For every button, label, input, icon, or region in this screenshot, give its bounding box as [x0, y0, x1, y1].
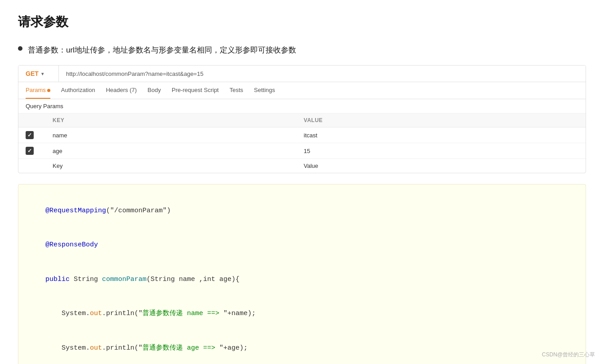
row3-checkbox-cell — [18, 159, 45, 173]
tab-params-label: Params — [26, 87, 46, 93]
table-row: Key Value — [18, 159, 586, 173]
postman-panel: GET ▾ http://localhost/commonParam?name=… — [18, 65, 586, 173]
tab-tests-label: Tests — [230, 87, 243, 93]
tab-headers-label: Headers (7) — [106, 87, 137, 93]
bullet-dot — [18, 46, 22, 51]
code-line-5: System.out.println("普通参数传递 age ==> "+age… — [29, 331, 575, 364]
row2-checkbox[interactable]: ✓ — [26, 147, 34, 155]
row1-checkbox-cell: ✓ — [18, 127, 45, 143]
tab-body-label: Body — [147, 87, 161, 93]
watermark: CSDN@曾经的三心草 — [542, 351, 595, 359]
col-key: KEY — [45, 114, 297, 127]
tab-authorization-label: Authorization — [61, 87, 95, 93]
query-params-label: Query Params — [18, 99, 586, 114]
method-label: GET — [26, 70, 39, 77]
tabs-row: Params Authorization Headers (7) Body Pr… — [18, 82, 586, 99]
params-table: KEY VALUE ✓ name itcast ✓ — [18, 114, 586, 173]
code-line-4: System.out.println("普通参数传递 name ==> "+na… — [29, 297, 575, 331]
tab-params[interactable]: Params — [26, 82, 50, 99]
tab-settings-label: Settings — [254, 87, 275, 93]
code-line-3: public String commonParam(String name ,i… — [29, 262, 575, 297]
row3-value-placeholder[interactable]: Value — [297, 159, 586, 173]
tab-settings[interactable]: Settings — [254, 82, 275, 99]
row1-value[interactable]: itcast — [297, 127, 586, 143]
row1-checkbox[interactable]: ✓ — [26, 131, 34, 139]
page-title: 请求参数 — [18, 13, 586, 31]
tab-tests[interactable]: Tests — [230, 82, 243, 99]
code-line-1: @RequestMapping("/commonParam") — [29, 193, 575, 228]
method-select[interactable]: GET ▾ — [18, 66, 59, 82]
url-input[interactable]: http://localhost/commonParam?name=itcast… — [59, 66, 586, 82]
tab-pre-request-label: Pre-request Script — [172, 87, 219, 93]
bullet-text: 普通参数：url地址传参，地址参数名与形参变量名相同，定义形参即可接收参数 — [28, 44, 296, 56]
chevron-down-icon: ▾ — [41, 71, 44, 76]
col-checkbox — [18, 114, 45, 127]
annotation-response-body: @ResponseBody — [45, 241, 98, 249]
annotation-request-mapping: @RequestMapping — [45, 207, 106, 215]
tab-body[interactable]: Body — [147, 82, 161, 99]
bullet-section: 普通参数：url地址传参，地址参数名与形参变量名相同，定义形参即可接收参数 — [18, 44, 586, 56]
col-value: VALUE — [297, 114, 586, 127]
params-dot — [47, 89, 50, 92]
tab-pre-request-script[interactable]: Pre-request Script — [172, 82, 219, 99]
tab-authorization[interactable]: Authorization — [61, 82, 95, 99]
row2-checkbox-cell: ✓ — [18, 143, 45, 159]
table-row: ✓ name itcast — [18, 127, 586, 143]
code-block: @RequestMapping("/commonParam") @Respons… — [18, 184, 586, 364]
row1-key[interactable]: name — [45, 127, 297, 143]
url-bar: GET ▾ http://localhost/commonParam?name=… — [18, 66, 586, 82]
row3-key-placeholder[interactable]: Key — [45, 159, 297, 173]
table-row: ✓ age 15 — [18, 143, 586, 159]
row2-value[interactable]: 15 — [297, 143, 586, 159]
row2-key[interactable]: age — [45, 143, 297, 159]
code-line-2: @ResponseBody — [29, 228, 575, 263]
tab-headers[interactable]: Headers (7) — [106, 82, 137, 99]
table-header-row: KEY VALUE — [18, 114, 586, 127]
